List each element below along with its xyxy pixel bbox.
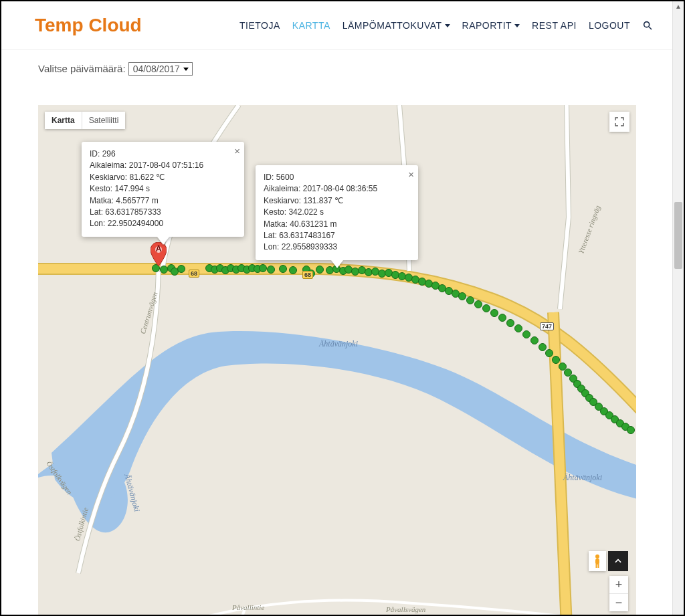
scroll-up-icon[interactable]: ▲ [673,1,684,12]
info-window-1: × ID: 296 Aikaleima: 2017-08-04 07:51:16… [82,142,244,237]
road-shield-68: 68 [302,271,313,279]
map-type-control: Kartta Satelliitti [45,112,125,129]
close-icon[interactable]: × [408,169,414,179]
date-controls: Valitse päivämäärä: 04/08/2017 [1,50,673,82]
search-icon[interactable] [642,20,653,31]
svg-rect-6 [598,564,599,568]
fullscreen-button[interactable] [609,112,629,132]
street-label: Påvallintie [232,603,264,611]
marker-letter: A [151,244,167,253]
nav-raportit[interactable]: RAPORTIT [462,20,520,31]
nav-restapi[interactable]: REST API [532,20,577,31]
zoom-out-button[interactable]: − [609,594,628,611]
main-menu: TIETOJA KARTTA LÄMPÖMATTOKUVAT RAPORTIT … [239,20,653,31]
nav-kartta[interactable]: KARTTA [292,20,330,31]
zoom-control: + − [609,576,628,611]
svg-rect-4 [595,558,599,564]
vertical-scrollbar[interactable]: ▲ [672,1,684,615]
zoom-in-button[interactable]: + [609,576,628,594]
road-shield-747: 747 [540,322,554,330]
date-select[interactable]: 04/08/2017 [128,62,193,76]
nav-lampomattokuvat[interactable]: LÄMPÖMATTOKUVAT [342,20,450,31]
chevron-down-icon [514,24,520,27]
logo[interactable]: Temp Cloud [35,15,142,36]
river-label: Ähtävänjoki [563,473,602,483]
map-type-map[interactable]: Kartta [45,112,82,129]
map-marker-a[interactable]: A [151,242,167,266]
streetview-pegman[interactable] [589,551,606,571]
scrollbar-thumb[interactable] [674,202,682,269]
info-window-2: × ID: 5600 Aikaleima: 2017-08-04 08:36:5… [256,165,418,260]
svg-point-0 [644,22,650,27]
back-to-top-button[interactable] [608,551,628,571]
close-icon[interactable]: × [234,146,240,156]
map-container[interactable]: 68 68 747 Centrumvägen Östfolkvägen Östf… [38,105,636,615]
svg-line-1 [649,27,652,29]
top-nav: Temp Cloud TIETOJA KARTTA LÄMPÖMATTOKUVA… [1,1,673,50]
street-label: Påvallsvägen [386,605,425,613]
date-label: Valitse päivämäärä: [38,63,126,74]
road-shield-68: 68 [189,270,199,278]
svg-rect-5 [596,564,597,568]
map-type-satellite[interactable]: Satelliitti [82,112,126,129]
chevron-down-icon [445,24,450,27]
nav-logout[interactable]: LOGOUT [589,20,630,31]
svg-point-3 [595,554,599,558]
nav-tietoja[interactable]: TIETOJA [239,20,280,31]
river-label: Ähtävänjoki [319,339,358,349]
